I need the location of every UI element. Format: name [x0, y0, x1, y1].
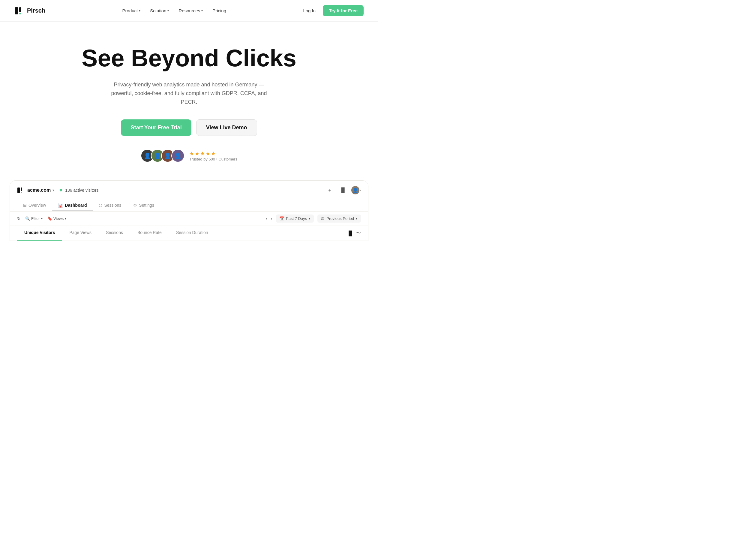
bar-chart-icon[interactable]: ▐▌: [347, 231, 354, 236]
svg-rect-4: [21, 188, 22, 191]
hero-section: See Beyond Clicks Privacy-friendly web a…: [0, 22, 378, 180]
chevron-down-icon: ▾: [309, 217, 310, 220]
trusted-label: Trusted by 500+ Customers: [189, 157, 237, 161]
next-period-button[interactable]: ›: [271, 216, 272, 221]
nav-dashboard[interactable]: 📊 Dashboard: [52, 200, 93, 211]
try-free-button[interactable]: Try It for Free: [323, 5, 364, 16]
chevron-right-icon: ›: [271, 216, 272, 221]
tab-session-duration[interactable]: Session Duration: [169, 226, 215, 241]
chart-selector-button[interactable]: ▐▌: [338, 186, 348, 195]
toolbar-right: ‹ › 📅 Past 7 Days ▾ ⚖ Previous Period ▾: [266, 214, 361, 222]
views-button[interactable]: 🔖 Views ▾: [48, 216, 66, 221]
prev-period-button[interactable]: ‹: [266, 216, 267, 221]
tab-unique-visitors[interactable]: Unique Visitors: [17, 226, 62, 241]
chevron-down-icon: ▾: [53, 189, 54, 192]
nav-resources[interactable]: Resources ▾: [179, 8, 203, 13]
nav-product[interactable]: Product ▾: [122, 8, 141, 13]
star-rating: ★★★★★: [189, 150, 216, 157]
tab-sessions[interactable]: Sessions: [99, 226, 130, 241]
active-visitors-indicator: 136 active visitors: [60, 188, 98, 193]
logo-icon: [14, 6, 24, 16]
avatar: 👤: [171, 149, 185, 162]
search-icon: 🔍: [25, 216, 30, 221]
chevron-down-icon: ▾: [201, 9, 203, 12]
svg-rect-5: [21, 192, 22, 193]
chevron-down-icon: ▾: [65, 217, 66, 220]
sessions-icon: ◎: [99, 203, 102, 207]
user-menu-button[interactable]: 👤 ▾: [351, 186, 361, 195]
chevron-down-icon: ▾: [356, 217, 357, 220]
svg-rect-0: [15, 7, 18, 14]
toolbar-left: ↻ 🔍 Filter ▾ 🔖 Views ▾: [17, 216, 66, 221]
logo[interactable]: Pirsch: [14, 6, 45, 16]
svg-rect-1: [19, 7, 21, 12]
nav-links: Product ▾ Solution ▾ Resources ▾ Pricing: [122, 8, 226, 13]
nav-overview[interactable]: ⊞ Overview: [17, 200, 52, 211]
view-demo-button[interactable]: View Live Demo: [196, 119, 257, 136]
compare-icon: ⚖: [321, 216, 324, 221]
compare-button[interactable]: ⚖ Previous Period ▾: [317, 214, 361, 222]
nav-actions: Log In Try It for Free: [303, 5, 364, 16]
dashboard-header: acme.com ▾ 136 active visitors ＋ ▐▌ 👤 ▾: [10, 181, 368, 211]
dashboard-top-bar: acme.com ▾ 136 active visitors ＋ ▐▌ 👤 ▾: [17, 186, 361, 195]
svg-rect-2: [19, 13, 21, 14]
site-selector[interactable]: acme.com ▾ 136 active visitors: [17, 187, 99, 194]
hero-title: See Beyond Clicks: [81, 46, 297, 71]
navbar: Pirsch Product ▾ Solution ▾ Resources ▾ …: [0, 0, 378, 22]
chart-icon: 📊: [58, 203, 63, 207]
start-trial-button[interactable]: Start Your Free Trial: [121, 119, 191, 136]
refresh-button[interactable]: ↻: [17, 216, 20, 221]
settings-icon: ⚙: [133, 203, 137, 207]
chevron-down-icon: ▾: [168, 9, 169, 12]
nav-sessions[interactable]: ◎ Sessions: [93, 200, 127, 211]
grid-icon: ⊞: [23, 203, 27, 207]
nav-solution[interactable]: Solution ▾: [150, 8, 169, 13]
tab-bounce-rate[interactable]: Bounce Rate: [130, 226, 169, 241]
chevron-down-icon: ▾: [139, 9, 140, 12]
dashboard-tabs: Unique Visitors Page Views Sessions Boun…: [10, 226, 368, 241]
logo-text: Pirsch: [27, 7, 45, 14]
chart-type-switcher: ▐▌ 〜: [347, 226, 361, 241]
date-range-button[interactable]: 📅 Past 7 Days ▾: [276, 214, 314, 222]
social-proof: 👤 👤 👤 👤 ★★★★★ Trusted by 500+ Customers: [141, 149, 237, 162]
line-chart-icon[interactable]: 〜: [356, 230, 361, 236]
social-text: ★★★★★ Trusted by 500+ Customers: [189, 150, 237, 161]
nav-settings[interactable]: ⚙ Settings: [127, 200, 160, 211]
login-button[interactable]: Log In: [303, 8, 315, 13]
calendar-icon: 📅: [279, 216, 284, 221]
dashboard-preview: acme.com ▾ 136 active visitors ＋ ▐▌ 👤 ▾: [10, 180, 368, 241]
tab-page-views[interactable]: Page Views: [62, 226, 99, 241]
active-dot: [60, 189, 62, 192]
dashboard-nav: ⊞ Overview 📊 Dashboard ◎ Sessions ⚙ Sett…: [17, 200, 361, 211]
pirsch-logo-small: [17, 187, 24, 194]
bookmark-icon: 🔖: [48, 216, 52, 221]
svg-rect-3: [17, 188, 20, 193]
filter-button[interactable]: 🔍 Filter ▾: [25, 216, 43, 221]
active-visitors-count: 136 active visitors: [65, 188, 98, 193]
add-button[interactable]: ＋: [325, 186, 334, 195]
refresh-icon: ↻: [17, 216, 20, 221]
hero-subtitle: Privacy-friendly web analytics made and …: [105, 80, 273, 106]
dashboard-top-actions: ＋ ▐▌ 👤 ▾: [325, 186, 361, 195]
chevron-down-icon: ▾: [41, 217, 43, 220]
dashboard-toolbar: ↻ 🔍 Filter ▾ 🔖 Views ▾ ‹ › 📅 Past 7 D: [10, 211, 368, 226]
avatar-group: 👤 👤 👤 👤: [141, 149, 185, 162]
chevron-left-icon: ‹: [266, 216, 267, 221]
site-name: acme.com ▾: [27, 188, 54, 193]
nav-pricing[interactable]: Pricing: [212, 8, 226, 13]
hero-ctas: Start Your Free Trial View Live Demo: [121, 119, 257, 136]
